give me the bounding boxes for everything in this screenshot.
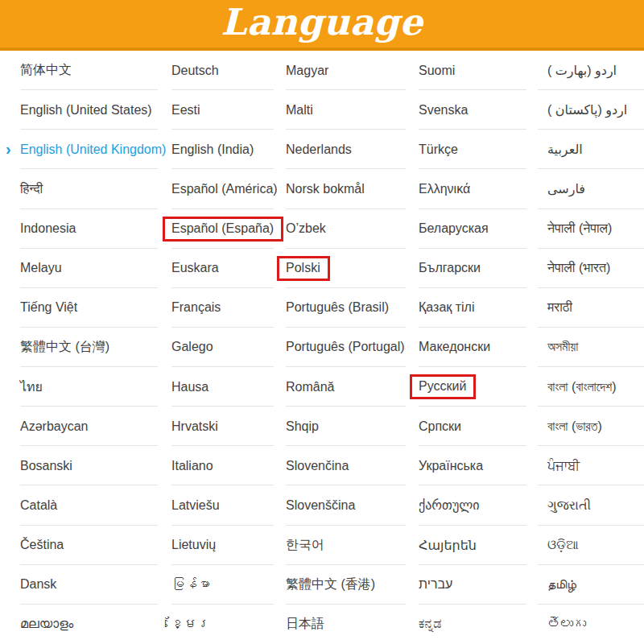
language-item-label: Español (España) — [163, 217, 283, 242]
language-item[interactable]: Azərbaycan — [0, 407, 163, 446]
language-item[interactable]: ไทย — [0, 367, 163, 407]
language-item[interactable]: Русский — [411, 367, 533, 407]
language-item[interactable]: اردو (بهارت ) — [533, 51, 644, 90]
language-item[interactable]: O’zbek — [278, 209, 411, 249]
language-item-label: ಕನ್ನಡ — [419, 617, 441, 631]
language-item[interactable]: Magyar — [278, 51, 411, 90]
language-item-label: ગુજરાતી — [547, 498, 591, 513]
language-item[interactable]: 日本語 — [278, 605, 411, 644]
language-item[interactable]: မြန်မာ — [163, 565, 278, 605]
language-item[interactable]: മലയാളം — [0, 605, 163, 644]
language-item[interactable]: English (United States) — [0, 90, 163, 130]
language-item[interactable]: ଓଡ଼ିଆ — [533, 526, 644, 565]
language-item[interactable]: Español (España) — [163, 209, 278, 249]
language-item[interactable]: Norsk bokmål — [278, 169, 411, 208]
language-item[interactable]: Slovenščina — [278, 485, 411, 525]
language-item-label: O’zbek — [286, 221, 326, 236]
language-item[interactable]: Lietuvių — [163, 526, 278, 565]
language-item[interactable]: Hrvatski — [163, 407, 278, 446]
language-item[interactable]: Svenska — [411, 90, 533, 130]
language-item[interactable]: Македонски — [411, 328, 533, 367]
language-item[interactable]: Türkçe — [411, 130, 533, 169]
language-item-label: Deutsch — [171, 64, 219, 78]
language-item[interactable]: Português (Portugal) — [278, 328, 411, 367]
language-item-label: Tiếng Việt — [20, 300, 77, 315]
language-item[interactable]: தமிழ் — [533, 565, 644, 605]
language-item[interactable]: Tiếng Việt — [0, 288, 163, 328]
language-item[interactable]: हिन्दी — [0, 169, 163, 208]
language-item[interactable]: Português (Brasil) — [278, 288, 411, 328]
language-item-label: Čeština — [20, 538, 64, 552]
language-item[interactable]: Deutsch — [163, 51, 278, 90]
language-item-label: English (United Kingdom) — [20, 142, 166, 157]
language-item[interactable]: Հայերեն — [411, 526, 533, 565]
language-item[interactable]: Italiano — [163, 446, 278, 485]
language-item[interactable]: Čeština — [0, 526, 163, 565]
language-item[interactable]: Қазақ тілі — [411, 288, 533, 328]
language-item-label: Latviešu — [171, 498, 220, 513]
language-item-label: Italiano — [171, 459, 213, 473]
language-item[interactable]: فارسی — [533, 169, 644, 208]
language-item[interactable]: Hausa — [163, 367, 278, 407]
language-item[interactable]: 繁體中文 (香港) — [278, 565, 411, 605]
language-item[interactable]: Беларуская — [411, 209, 533, 249]
language-item[interactable]: ›English (United Kingdom) — [0, 130, 163, 169]
language-item-label: Suomi — [419, 64, 455, 78]
language-column: اردو (بهارت )اردو (پاکستان )العربيةفارسی… — [533, 51, 644, 644]
language-item[interactable]: Polski — [278, 249, 411, 288]
language-item[interactable]: Shqip — [278, 407, 411, 446]
language-item[interactable]: Français — [163, 288, 278, 328]
language-item[interactable]: Српски — [411, 407, 533, 446]
language-item[interactable]: Suomi — [411, 51, 533, 90]
language-item-label: Català — [20, 498, 57, 513]
language-item[interactable]: Українська — [411, 446, 533, 485]
language-item[interactable]: ខ្មែរ — [163, 605, 278, 644]
language-item[interactable]: Euskara — [163, 249, 278, 288]
language-item[interactable]: ಕನ್ನಡ — [411, 605, 533, 644]
language-item[interactable]: অসমীয়া — [533, 328, 644, 367]
language-item-label: മലയാളം — [20, 617, 73, 631]
language-item[interactable]: 繁體中文 (台灣) — [0, 328, 163, 367]
language-item[interactable]: Nederlands — [278, 130, 411, 169]
language-item[interactable]: עברית — [411, 565, 533, 605]
language-item[interactable]: ਪੰਜਾਬੀ — [533, 446, 644, 485]
language-item[interactable]: Română — [278, 367, 411, 407]
language-item-label: Hausa — [171, 380, 208, 394]
language-item[interactable]: Latviešu — [163, 485, 278, 525]
language-item[interactable]: मराठी — [533, 288, 644, 328]
language-item[interactable]: Dansk — [0, 565, 163, 605]
language-item[interactable]: Melayu — [0, 249, 163, 288]
language-item-label: Français — [171, 300, 221, 315]
language-item-label: অসমীয়া — [547, 340, 578, 354]
language-item[interactable]: English (India) — [163, 130, 278, 169]
language-item[interactable]: বাংলা (বাংলাদেশ) — [533, 367, 644, 407]
language-item[interactable]: ગુજરાતી — [533, 485, 644, 525]
language-item[interactable]: اردو (پاکستان ) — [533, 90, 644, 130]
language-item[interactable]: Indonesia — [0, 209, 163, 249]
language-item[interactable]: Eesti — [163, 90, 278, 130]
language-item[interactable]: বাংলা (ভারত) — [533, 407, 644, 446]
language-item[interactable]: Malti — [278, 90, 411, 130]
language-item-label: English (India) — [171, 142, 254, 157]
language-item[interactable]: Ελληνικά — [411, 169, 533, 208]
language-item[interactable]: नेपाली (भारत) — [533, 249, 644, 288]
language-item-label: Español (América) — [171, 182, 278, 196]
language-item-label: नेपाली (भारत) — [547, 261, 610, 275]
language-item[interactable]: Slovenčina — [278, 446, 411, 485]
language-item[interactable]: العربية — [533, 130, 644, 169]
language-item-label: Türkçe — [419, 142, 458, 157]
language-item-label: मराठी — [547, 300, 572, 315]
language-item[interactable]: Español (América) — [163, 169, 278, 208]
language-item[interactable]: Bosanski — [0, 446, 163, 485]
language-item-label: Lietuvių — [171, 538, 216, 552]
language-item[interactable]: Български — [411, 249, 533, 288]
language-item-label: Українська — [419, 459, 483, 473]
language-item[interactable]: 简体中文 — [0, 51, 163, 90]
language-item[interactable]: 한국어 — [278, 526, 411, 565]
language-item[interactable]: Català — [0, 485, 163, 525]
language-item[interactable]: ქართული — [411, 485, 533, 525]
language-item[interactable]: Galego — [163, 328, 278, 367]
language-item-label: Српски — [419, 419, 461, 434]
language-item[interactable]: తెలుగు — [533, 605, 644, 644]
language-item[interactable]: नेपाली (नेपाल) — [533, 209, 644, 249]
